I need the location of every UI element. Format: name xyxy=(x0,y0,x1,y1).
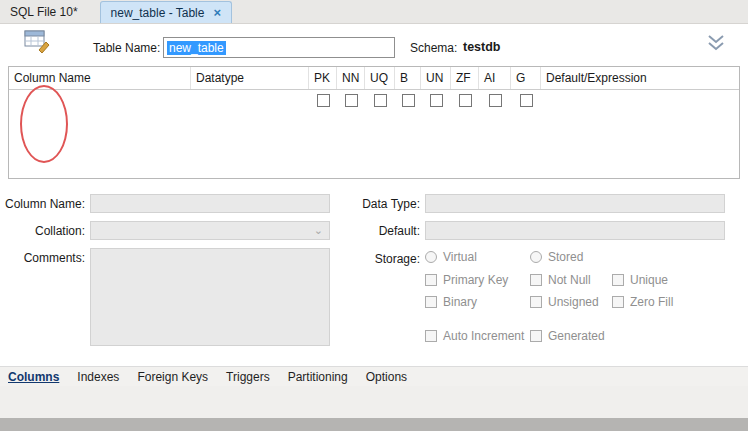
column-name-label: Column Name: xyxy=(0,197,85,211)
grid-checkbox-pk[interactable] xyxy=(317,94,330,107)
grid-checkbox-ai[interactable] xyxy=(489,94,502,107)
checkbox-not-null-label: Not Null xyxy=(548,273,591,287)
table-edit-icon xyxy=(24,28,52,56)
checkbox-generated[interactable]: Generated xyxy=(530,329,605,343)
data-type-label: Data Type: xyxy=(340,197,420,211)
default-input[interactable] xyxy=(425,221,725,240)
bottom-tab-triggers[interactable]: Triggers xyxy=(226,370,270,384)
table-name-label: Table Name: xyxy=(93,41,160,55)
bottom-tab-columns[interactable]: Columns xyxy=(8,370,59,384)
radio-virtual[interactable]: Virtual xyxy=(425,250,477,264)
checkbox-auto-increment[interactable]: Auto Increment xyxy=(425,329,524,343)
radio-virtual-icon xyxy=(425,251,437,263)
tab-new-table[interactable]: new_table - Table × xyxy=(100,1,232,23)
radio-stored-icon xyxy=(530,251,542,263)
bottom-tab-options[interactable]: Options xyxy=(366,370,407,384)
bottom-tab-foreign-keys[interactable]: Foreign Keys xyxy=(137,370,208,384)
column-header-pk: PK xyxy=(309,67,337,89)
column-header-b: B xyxy=(395,67,421,89)
checkbox-binary-icon xyxy=(425,296,437,308)
column-header-ai: AI xyxy=(479,67,511,89)
checkbox-primary-key-label: Primary Key xyxy=(443,273,508,287)
checkbox-zero-fill[interactable]: Zero Fill xyxy=(612,295,673,309)
grid-new-row xyxy=(9,90,739,111)
radio-stored-label: Stored xyxy=(548,250,583,264)
collation-dropdown[interactable]: ⌄ xyxy=(90,221,330,240)
column-header-un: UN xyxy=(421,67,451,89)
checkbox-primary-key[interactable]: Primary Key xyxy=(425,273,508,287)
grid-checkbox-zf[interactable] xyxy=(459,94,472,107)
tab-sql-file[interactable]: SQL File 10* xyxy=(0,0,88,23)
checkbox-generated-label: Generated xyxy=(548,329,605,343)
table-editor-window: SQL File 10* new_table - Table × Table N… xyxy=(0,0,748,431)
dropdown-arrow-icon: ⌄ xyxy=(314,225,323,236)
radio-stored[interactable]: Stored xyxy=(530,250,583,264)
bottom-strip xyxy=(0,418,748,431)
collation-label: Collation: xyxy=(0,224,85,238)
checkbox-auto-increment-icon xyxy=(425,330,437,342)
checkbox-unique[interactable]: Unique xyxy=(612,273,668,287)
collapse-chevron-icon[interactable] xyxy=(704,34,728,54)
editor-section-tabs: Columns Indexes Foreign Keys Triggers Pa… xyxy=(0,366,748,386)
checkbox-unsigned-label: Unsigned xyxy=(548,295,599,309)
table-name-input[interactable]: new_table xyxy=(163,37,395,58)
column-header-uq: UQ xyxy=(365,67,395,89)
grid-cell-datatype[interactable] xyxy=(191,90,309,111)
column-header-nn: NN xyxy=(337,67,365,89)
checkbox-primary-key-icon xyxy=(425,274,437,286)
grid-header-row: Column Name Datatype PK NN UQ B UN ZF AI… xyxy=(9,67,739,90)
checkbox-unique-icon xyxy=(612,274,624,286)
column-header-default-expression: Default/Expression xyxy=(541,67,739,89)
checkbox-auto-increment-label: Auto Increment xyxy=(443,329,524,343)
comments-label: Comments: xyxy=(0,251,85,265)
action-button-row: Apply Revert xyxy=(0,386,748,418)
checkbox-generated-icon xyxy=(530,330,542,342)
checkbox-binary[interactable]: Binary xyxy=(425,295,477,309)
checkbox-unsigned-icon xyxy=(530,296,542,308)
checkbox-not-null[interactable]: Not Null xyxy=(530,273,591,287)
column-header-zf: ZF xyxy=(451,67,479,89)
checkbox-zero-fill-label: Zero Fill xyxy=(630,295,673,309)
column-header-datatype: Datatype xyxy=(191,67,309,89)
table-name-selected-text: new_table xyxy=(167,41,226,55)
checkbox-unique-label: Unique xyxy=(630,273,668,287)
bottom-tab-indexes[interactable]: Indexes xyxy=(77,370,119,384)
grid-checkbox-b[interactable] xyxy=(402,94,415,107)
schema-label: Schema: xyxy=(410,41,457,55)
tab-sql-file-label: SQL File 10* xyxy=(10,5,78,19)
columns-grid: Column Name Datatype PK NN UQ B UN ZF AI… xyxy=(8,66,740,179)
comments-textarea[interactable] xyxy=(90,248,330,346)
editor-tab-bar: SQL File 10* new_table - Table × xyxy=(0,0,748,24)
grid-checkbox-g[interactable] xyxy=(520,94,533,107)
radio-virtual-label: Virtual xyxy=(443,250,477,264)
close-icon[interactable]: × xyxy=(213,6,221,19)
grid-cell-default-expression[interactable] xyxy=(541,90,739,111)
bottom-tab-partitioning[interactable]: Partitioning xyxy=(288,370,348,384)
storage-label: Storage: xyxy=(340,252,420,266)
default-label: Default: xyxy=(340,224,420,238)
grid-checkbox-un[interactable] xyxy=(430,94,443,107)
grid-checkbox-nn[interactable] xyxy=(345,94,358,107)
checkbox-binary-label: Binary xyxy=(443,295,477,309)
grid-checkbox-uq[interactable] xyxy=(374,94,387,107)
tab-new-table-label: new_table - Table xyxy=(111,6,205,20)
checkbox-zero-fill-icon xyxy=(612,296,624,308)
data-type-input[interactable] xyxy=(425,194,725,213)
checkbox-not-null-icon xyxy=(530,274,542,286)
red-ellipse-annotation xyxy=(20,85,68,163)
column-name-input[interactable] xyxy=(90,194,330,213)
column-header-g: G xyxy=(511,67,541,89)
schema-value: testdb xyxy=(463,40,501,54)
checkbox-unsigned[interactable]: Unsigned xyxy=(530,295,599,309)
